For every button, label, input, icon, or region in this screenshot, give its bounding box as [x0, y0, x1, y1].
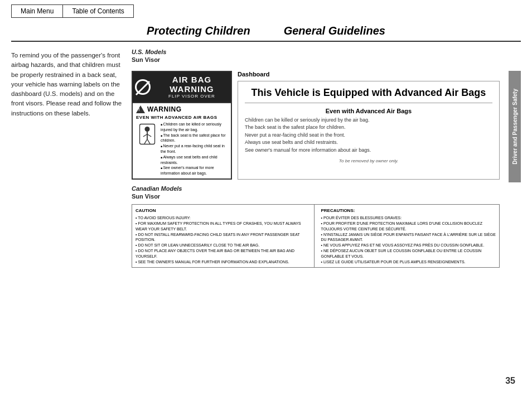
dashboard-line-5: See owner's manual for more information … [245, 147, 492, 154]
page-header: Protecting Children General Guidelines [11, 22, 521, 42]
us-sun-visor-label: Sun Visor [132, 56, 500, 63]
canadian-left-panel: CAUTION TO AVOID SERIOUS INJURY: FOR MAX… [132, 205, 315, 267]
dashboard-line-4: Always use seat belts and child restrain… [245, 139, 492, 147]
airbag-warning-box: AIR BAG WARNING FLIP VISOR OVER WARNING … [132, 71, 232, 180]
warning-subtitle: EVEN WITH ADVANCED AIR BAGS [136, 115, 228, 120]
canadian-section: Canadian Models Sun Visor CAUTION TO AVO… [132, 185, 500, 268]
dashboard-line-1: Children can be killed or seriously inju… [245, 117, 492, 124]
canadian-left-item-3: DO NOT INSTALL REARWARD-FACING CHILD SEA… [136, 232, 311, 243]
airbag-top: AIR BAG WARNING FLIP VISOR OVER [133, 72, 231, 102]
airbag-warning-text-block: AIR BAG WARNING FLIP VISOR OVER [155, 75, 229, 99]
canadian-sun-visor-label: Sun Visor [132, 193, 500, 200]
dashboard-label: Dashboard [238, 71, 500, 78]
us-models-label: U.S. Models Sun Visor [132, 49, 500, 65]
canadian-right-panel: PRECAUTIONS: POUR ÉVITER DES BLESSURES G… [318, 205, 500, 267]
canadian-left-item-6: SEE THE OWNER'S MANUAL FOR FURTHER INFOR… [136, 259, 311, 265]
canadian-right-item-1: POUR ÉVITER DES BLESSURES GRAVES: [321, 215, 496, 221]
table-of-contents-button[interactable]: Table of Contents [62, 4, 133, 18]
airbag-bottom: WARNING EVEN WITH ADVANCED AIR BAGS [133, 102, 231, 178]
intro-text: To remind you of the passenger's front a… [11, 51, 123, 118]
warning-triangle-icon [136, 105, 145, 113]
us-models-section-label: U.S. Models [132, 49, 500, 55]
no-child-icon [135, 79, 151, 95]
canadian-right-list: POUR ÉVITER DES BLESSURES GRAVES: POUR P… [321, 215, 496, 264]
warning-list: Children can be killed or seriously inju… [161, 122, 228, 176]
canadian-left-item-1: TO AVOID SERIOUS INJURY: [136, 215, 311, 221]
dashboard-box: This Vehicle is Equipped with Advanced A… [238, 81, 500, 180]
child-seat-figure-icon [136, 122, 158, 147]
page-number: 35 [505, 376, 515, 386]
sidebar-tab: Driver and Passenger Safety [509, 71, 521, 182]
canadian-right-item-6: LISEZ LE GUIDE UTILISATEUR POUR DE PLUS … [321, 259, 496, 265]
svg-line-4 [147, 134, 151, 137]
dashboard-line-3: Never put a rear-facing child seat in th… [245, 132, 492, 139]
warning-title: WARNING [147, 105, 182, 113]
svg-point-1 [145, 127, 150, 132]
canadian-warning-box: CAUTION TO AVOID SERIOUS INJURY: FOR MAX… [132, 204, 500, 268]
main-menu-button[interactable]: Main Menu [11, 4, 62, 18]
svg-line-6 [147, 139, 150, 144]
warning-body: Children can be killed or seriously inju… [136, 122, 228, 176]
canadian-right-item-5: NE DÉPOSEZ AUCUN OBJET SUR LE COUSSIN GO… [321, 248, 496, 259]
warning-item-1: Children can be killed or seriously inju… [161, 122, 228, 133]
dashboard-subtitle: Even with Advanced Air Bags [245, 108, 492, 114]
svg-line-3 [143, 134, 147, 137]
warning-item-3: Never put a rear-facing child seat in th… [161, 143, 228, 154]
dashboard-body: Children can be killed or seriously inju… [245, 117, 492, 154]
warning-figure [136, 122, 158, 176]
dashboard-footer: To be removed by owner only. [245, 158, 492, 163]
canadian-right-item-2: POUR PROFITER D'UNE PROTECTION MAXIMALE … [321, 221, 496, 232]
us-models-section: AIR BAG WARNING FLIP VISOR OVER WARNING … [132, 71, 500, 180]
warning-header-row: WARNING [136, 105, 228, 113]
sidebar-tab-text: Driver and Passenger Safety [511, 89, 519, 165]
middle-column: U.S. Models Sun Visor AIR BAG WARNING FL… [132, 49, 500, 381]
svg-line-5 [144, 139, 147, 144]
warning-item-4: Always use seat belts and child restrain… [161, 154, 228, 166]
canadian-left-item-2: FOR MAXIMUM SAFETY PROTECTION IN ALL TYP… [136, 221, 311, 232]
header-title-protecting-children: Protecting Children [147, 25, 250, 37]
airbag-warning-subtext: FLIP VISOR OVER [155, 94, 229, 99]
canadian-right-title: PRECAUTIONS: [321, 207, 496, 214]
canadian-left-item-5: DO NOT PLACE ANY OBJECTS OVER THE AIR BA… [136, 248, 311, 259]
canadian-right-item-3: N'INSTALLEZ JAMAIS UN SIÈGE POUR ENFANTS… [321, 232, 496, 243]
warning-item-2: The back seat is the safest place for ch… [161, 133, 228, 144]
dashboard-title: This Vehicle is Equipped with Advanced A… [245, 87, 492, 103]
dashboard-line-2: The back seat is the safest place for ch… [245, 124, 492, 132]
canadian-section-label: Canadian Models [132, 185, 500, 192]
canadian-models-labels: Canadian Models Sun Visor [132, 185, 500, 202]
canadian-left-title: CAUTION [136, 207, 311, 214]
dashboard-section: Dashboard This Vehicle is Equipped with … [238, 71, 500, 180]
canadian-left-item-4: DO NOT SIT OR LEAN UNNECESSARILY CLOSE T… [136, 243, 311, 248]
left-column: To remind you of the passenger's front a… [11, 49, 123, 381]
canadian-left-list: TO AVOID SERIOUS INJURY: FOR MAXIMUM SAF… [136, 215, 311, 264]
warning-item-5: See owner's manual for more information … [161, 165, 228, 176]
canadian-right-item-4: NE VOUS APPUYEZ PAS ET NE VOUS ASSOYEZ P… [321, 243, 496, 248]
main-content: To remind you of the passenger's front a… [0, 42, 532, 388]
top-navigation: Main Menu Table of Contents [0, 0, 532, 22]
right-sidebar: Driver and Passenger Safety [509, 49, 521, 381]
header-title-general-guidelines: General Guidelines [284, 25, 385, 37]
airbag-warning-title: AIR BAG WARNING [155, 75, 229, 94]
